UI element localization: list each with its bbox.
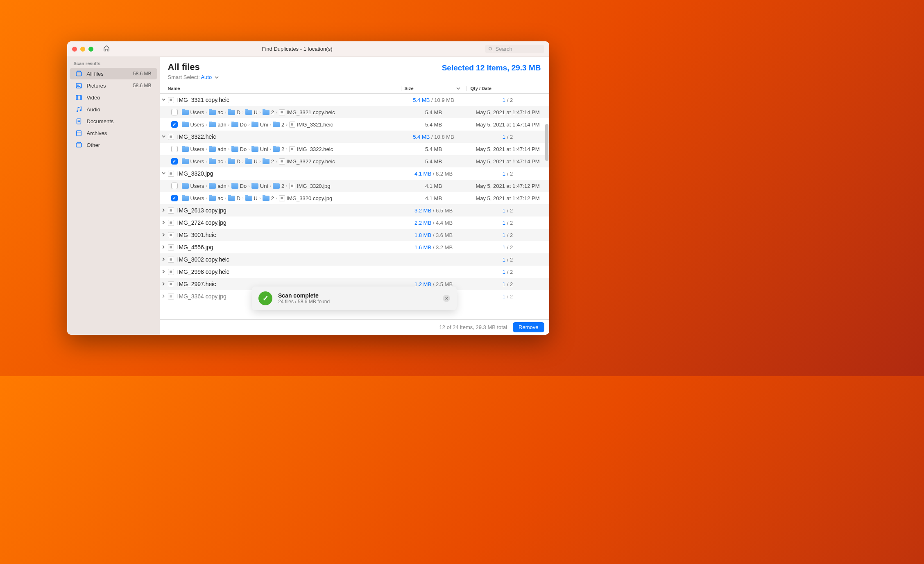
folder-icon (273, 122, 280, 127)
main-panel: All files Smart Select: Auto Selected 12… (160, 57, 549, 335)
sidebar-item-other[interactable]: Other (70, 139, 157, 151)
group-qty: 1 / 2 (467, 134, 549, 140)
home-icon[interactable] (103, 45, 110, 53)
minimize-window-button[interactable] (80, 47, 85, 52)
file-row[interactable]: Users›ac›D›U›2›▦IMG_3321 copy.heic5.4 MB… (160, 106, 549, 118)
sidebar-item-label: All files (87, 71, 129, 77)
titlebar[interactable]: Find Duplicates - 1 location(s) Search (67, 41, 549, 57)
disclosure-caret-icon[interactable] (160, 208, 168, 213)
file-checkbox[interactable] (171, 195, 178, 201)
sidebar-item-label: Video (87, 95, 147, 101)
search-placeholder: Search (496, 46, 512, 52)
file-checkbox[interactable] (171, 146, 178, 152)
file-row[interactable]: Users›adn›Do›Uni›2›▦IMG_3321.heic5.4 MBM… (160, 118, 549, 131)
file-row[interactable]: Users›ac›D›U›2›▦IMG_3320 copy.jpg4.1 MBM… (160, 192, 549, 204)
folder-icon (245, 159, 252, 164)
disclosure-caret-icon[interactable] (160, 245, 168, 250)
group-qty: 1 / 2 (467, 257, 549, 263)
sidebar-item-archives[interactable]: Archives (70, 127, 157, 139)
column-name[interactable]: Name (160, 86, 401, 91)
file-path: Users›ac›D›U›2›▦IMG_3320 copy.jpg (182, 195, 401, 201)
svg-point-5 (77, 84, 79, 86)
file-checkbox[interactable] (171, 109, 178, 115)
file-checkbox[interactable] (171, 183, 178, 189)
file-list[interactable]: ▦IMG_3321 copy.heic5.4 MB / 10.9 MB1 / 2… (160, 94, 549, 319)
file-size: 5.4 MB (401, 122, 467, 128)
search-input[interactable]: Search (485, 45, 544, 53)
remove-button[interactable]: Remove (513, 322, 544, 332)
file-icon: ▦ (168, 97, 174, 103)
fullscreen-window-button[interactable] (88, 47, 93, 52)
disclosure-caret-icon[interactable] (160, 282, 168, 287)
file-path: Users›ac›D›U›2›▦IMG_3321 copy.heic (182, 109, 401, 115)
disclosure-caret-icon[interactable] (160, 134, 168, 139)
disclosure-caret-icon[interactable] (160, 97, 168, 102)
group-row[interactable]: ▦IMG_3001.heic1.8 MB / 3.6 MB1 / 2 (160, 229, 549, 241)
close-window-button[interactable] (72, 47, 77, 52)
sidebar-item-meta: 58.6 MB (133, 71, 152, 77)
disclosure-caret-icon[interactable] (160, 171, 168, 176)
file-date: May 5, 2021 at 1:47:14 PM (467, 158, 549, 165)
disclosure-caret-icon[interactable] (160, 269, 168, 274)
file-icon: ▦ (168, 171, 174, 177)
group-row[interactable]: ▦IMG_2998 copy.heic1 / 2 (160, 266, 549, 278)
column-qty-date[interactable]: Qty / Date (467, 86, 549, 91)
checkmark-icon: ✓ (258, 291, 272, 305)
group-row[interactable]: ▦IMG_3320.jpg4.1 MB / 8.2 MB1 / 2 (160, 167, 549, 180)
file-size: 4.1 MB (401, 195, 467, 201)
group-name: ▦IMG_4556.jpg (168, 244, 401, 250)
folder-icon (251, 122, 258, 127)
folder-icon (182, 183, 189, 189)
window-body: Scan results All files58.6 MBPictures58.… (67, 57, 549, 335)
file-checkbox[interactable] (171, 121, 178, 128)
sidebar-item-documents[interactable]: Documents (70, 115, 157, 127)
group-qty: 1 / 2 (467, 269, 549, 275)
sidebar-item-pictures[interactable]: Pictures58.6 MB (70, 80, 157, 91)
app-window: Find Duplicates - 1 location(s) Search S… (67, 41, 549, 335)
file-icon: ▦ (168, 232, 174, 238)
disclosure-caret-icon[interactable] (160, 220, 168, 225)
group-row[interactable]: ▦IMG_3322.heic5.4 MB / 10.8 MB1 / 2 (160, 131, 549, 143)
group-size: 2.2 MB / 4.4 MB (401, 220, 467, 226)
disclosure-caret-icon[interactable] (160, 257, 168, 262)
group-row[interactable]: ▦IMG_3002 copy.heic1 / 2 (160, 253, 549, 266)
group-row[interactable]: ▦IMG_3321 copy.heic5.4 MB / 10.9 MB1 / 2 (160, 94, 549, 106)
window-title: Find Duplicates - 1 location(s) (110, 46, 485, 52)
toast-close-button[interactable]: ✕ (443, 295, 450, 302)
folder-icon (251, 147, 258, 152)
group-row[interactable]: ▦IMG_2613 copy.jpg3.2 MB / 6.5 MB1 / 2 (160, 204, 549, 217)
disclosure-caret-icon[interactable] (160, 294, 168, 299)
file-icon: ▦ (168, 208, 174, 214)
folder-icon (245, 110, 252, 115)
music-icon (75, 106, 83, 113)
folder-icon (209, 196, 216, 201)
archive-icon (75, 129, 83, 137)
sidebar-header: Scan results (67, 59, 160, 68)
group-name: ▦IMG_3001.heic (168, 232, 401, 238)
column-size[interactable]: Size (401, 86, 467, 91)
footer: 12 of 24 items, 29.3 MB total Remove (160, 319, 549, 335)
group-row[interactable]: ▦IMG_2724 copy.jpg2.2 MB / 4.4 MB1 / 2 (160, 217, 549, 229)
smart-select[interactable]: Smart Select: Auto (168, 74, 442, 80)
group-qty: 1 / 2 (467, 281, 549, 287)
file-row[interactable]: Users›ac›D›U›2›▦IMG_3322 copy.heic5.4 MB… (160, 155, 549, 167)
sidebar-item-audio[interactable]: Audio (70, 104, 157, 115)
svg-rect-16 (76, 143, 82, 147)
group-name: ▦IMG_2724 copy.jpg (168, 219, 401, 226)
file-checkbox[interactable] (171, 158, 178, 165)
file-row[interactable]: Users›adn›Do›Uni›2›▦IMG_3322.heic5.4 MBM… (160, 143, 549, 155)
group-row[interactable]: ▦IMG_4556.jpg1.6 MB / 3.2 MB1 / 2 (160, 241, 549, 253)
folder-icon (182, 159, 189, 164)
sidebar-item-label: Other (87, 142, 147, 148)
group-name: ▦IMG_3322.heic (168, 133, 401, 140)
file-icon: ▦ (168, 269, 174, 275)
file-icon: ▦ (168, 244, 174, 250)
file-icon: ▦ (289, 146, 295, 152)
disclosure-caret-icon[interactable] (160, 232, 168, 237)
scrollbar-thumb[interactable] (545, 124, 548, 161)
file-row[interactable]: Users›adn›Do›Uni›2›▦IMG_3320.jpg4.1 MBMa… (160, 180, 549, 192)
sidebar-item-video[interactable]: Video (70, 92, 157, 103)
file-icon: ▦ (289, 183, 295, 189)
sidebar-item-label: Documents (87, 118, 147, 124)
sidebar-item-all-files[interactable]: All files58.6 MB (70, 68, 157, 79)
